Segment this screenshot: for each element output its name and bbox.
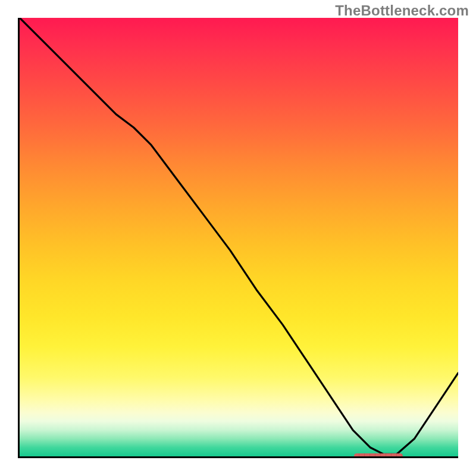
curve-path	[20, 18, 458, 454]
curve-svg	[20, 18, 458, 456]
watermark-text: TheBottleneck.com	[335, 2, 469, 19]
optimum-marker	[354, 453, 402, 458]
chart-stage: TheBottleneck.com	[0, 0, 476, 476]
plot-area	[18, 18, 458, 458]
